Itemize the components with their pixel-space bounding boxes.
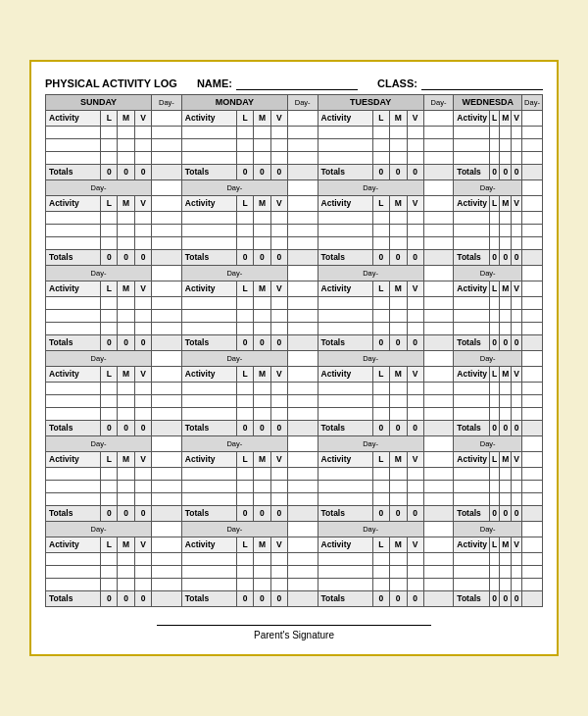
lmv-cell[interactable] xyxy=(407,383,423,395)
activity-cell[interactable] xyxy=(181,212,236,225)
lmv-cell[interactable] xyxy=(254,395,271,408)
lmv-cell[interactable] xyxy=(134,237,151,250)
activity-cell[interactable] xyxy=(46,139,101,152)
activity-cell[interactable] xyxy=(181,481,236,493)
activity-cell[interactable] xyxy=(181,493,236,506)
lmv-cell[interactable] xyxy=(237,579,254,591)
lmv-cell[interactable] xyxy=(490,553,500,566)
lmv-cell[interactable] xyxy=(500,297,512,310)
lmv-cell[interactable] xyxy=(118,468,135,481)
lmv-cell[interactable] xyxy=(134,408,151,421)
lmv-cell[interactable] xyxy=(237,383,254,395)
activity-cell[interactable] xyxy=(318,566,372,579)
lmv-cell[interactable] xyxy=(101,310,118,323)
activity-cell[interactable] xyxy=(318,127,372,139)
lmv-cell[interactable] xyxy=(407,310,423,323)
activity-cell[interactable] xyxy=(318,225,372,237)
activity-cell[interactable] xyxy=(46,395,101,408)
lmv-cell[interactable] xyxy=(490,566,500,579)
activity-cell[interactable] xyxy=(181,408,236,421)
lmv-cell[interactable] xyxy=(118,237,135,250)
activity-cell[interactable] xyxy=(46,212,101,225)
lmv-cell[interactable] xyxy=(134,152,151,165)
lmv-cell[interactable] xyxy=(407,127,423,139)
lmv-cell[interactable] xyxy=(270,297,287,310)
lmv-cell[interactable] xyxy=(134,481,151,493)
lmv-cell[interactable] xyxy=(237,323,254,335)
activity-cell[interactable] xyxy=(454,297,490,310)
activity-cell[interactable] xyxy=(46,579,101,591)
lmv-cell[interactable] xyxy=(118,310,135,323)
activity-cell[interactable] xyxy=(46,297,101,310)
lmv-cell[interactable] xyxy=(134,127,151,139)
lmv-cell[interactable] xyxy=(512,579,522,591)
lmv-cell[interactable] xyxy=(254,566,271,579)
lmv-cell[interactable] xyxy=(490,481,500,493)
lmv-cell[interactable] xyxy=(270,395,287,408)
activity-cell[interactable] xyxy=(318,468,372,481)
lmv-cell[interactable] xyxy=(372,481,389,493)
lmv-cell[interactable] xyxy=(254,237,271,250)
activity-cell[interactable] xyxy=(318,152,372,165)
lmv-cell[interactable] xyxy=(389,127,407,139)
lmv-cell[interactable] xyxy=(407,152,423,165)
lmv-cell[interactable] xyxy=(372,323,389,335)
lmv-cell[interactable] xyxy=(490,408,500,421)
lmv-cell[interactable] xyxy=(237,553,254,566)
lmv-cell[interactable] xyxy=(270,566,287,579)
lmv-cell[interactable] xyxy=(101,493,118,506)
lmv-cell[interactable] xyxy=(490,237,500,250)
lmv-cell[interactable] xyxy=(512,297,522,310)
lmv-cell[interactable] xyxy=(254,493,271,506)
lmv-cell[interactable] xyxy=(389,383,407,395)
lmv-cell[interactable] xyxy=(372,237,389,250)
lmv-cell[interactable] xyxy=(118,152,135,165)
lmv-cell[interactable] xyxy=(512,408,522,421)
activity-cell[interactable] xyxy=(46,127,101,139)
lmv-cell[interactable] xyxy=(389,566,407,579)
lmv-cell[interactable] xyxy=(101,139,118,152)
lmv-cell[interactable] xyxy=(389,395,407,408)
activity-cell[interactable] xyxy=(318,395,372,408)
lmv-cell[interactable] xyxy=(118,566,135,579)
lmv-cell[interactable] xyxy=(372,579,389,591)
lmv-cell[interactable] xyxy=(500,481,512,493)
activity-cell[interactable] xyxy=(454,553,490,566)
activity-cell[interactable] xyxy=(46,468,101,481)
lmv-cell[interactable] xyxy=(407,212,423,225)
lmv-cell[interactable] xyxy=(118,323,135,335)
activity-cell[interactable] xyxy=(181,323,236,335)
lmv-cell[interactable] xyxy=(270,579,287,591)
lmv-cell[interactable] xyxy=(134,323,151,335)
lmv-cell[interactable] xyxy=(101,237,118,250)
lmv-cell[interactable] xyxy=(389,225,407,237)
lmv-cell[interactable] xyxy=(389,152,407,165)
lmv-cell[interactable] xyxy=(134,225,151,237)
lmv-cell[interactable] xyxy=(389,493,407,506)
lmv-cell[interactable] xyxy=(237,566,254,579)
lmv-cell[interactable] xyxy=(118,212,135,225)
lmv-cell[interactable] xyxy=(500,468,512,481)
lmv-cell[interactable] xyxy=(270,139,287,152)
lmv-cell[interactable] xyxy=(490,297,500,310)
lmv-cell[interactable] xyxy=(407,323,423,335)
lmv-cell[interactable] xyxy=(490,127,500,139)
activity-cell[interactable] xyxy=(46,408,101,421)
activity-cell[interactable] xyxy=(46,566,101,579)
lmv-cell[interactable] xyxy=(389,323,407,335)
lmv-cell[interactable] xyxy=(500,310,512,323)
lmv-cell[interactable] xyxy=(101,408,118,421)
lmv-cell[interactable] xyxy=(407,579,423,591)
lmv-cell[interactable] xyxy=(118,127,135,139)
lmv-cell[interactable] xyxy=(101,152,118,165)
lmv-cell[interactable] xyxy=(134,383,151,395)
lmv-cell[interactable] xyxy=(254,579,271,591)
lmv-cell[interactable] xyxy=(500,212,512,225)
activity-cell[interactable] xyxy=(46,152,101,165)
lmv-cell[interactable] xyxy=(237,481,254,493)
lmv-cell[interactable] xyxy=(118,225,135,237)
lmv-cell[interactable] xyxy=(512,481,522,493)
lmv-cell[interactable] xyxy=(101,323,118,335)
lmv-cell[interactable] xyxy=(254,553,271,566)
lmv-cell[interactable] xyxy=(490,152,500,165)
